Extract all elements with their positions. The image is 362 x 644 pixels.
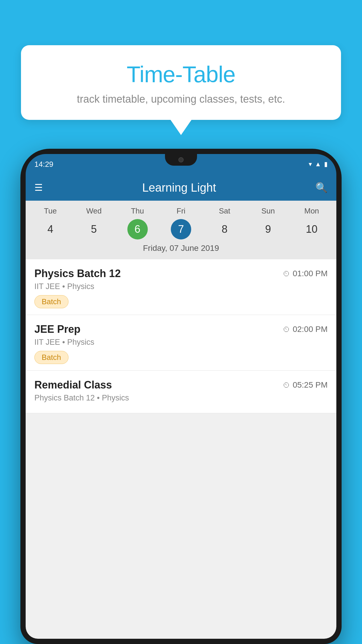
class-item-2[interactable]: Remedial Class ⏲ 05:25 PM Physics Batch …: [26, 371, 336, 413]
app-bar: ☰ Learning Light 🔍: [26, 174, 336, 201]
class-meta-0: IIT JEE • Physics: [34, 282, 328, 291]
app-bar-title: Learning Light: [49, 181, 310, 194]
day-7-selected[interactable]: 7: [171, 219, 191, 239]
phone-frame: 14:29 ▾ ▲ ▮ ☰ Learning Light 🔍 Tue Wed T…: [20, 149, 342, 644]
class-time-0: ⏲ 01:00 PM: [283, 269, 328, 278]
class-time-value-0: 01:00 PM: [293, 269, 328, 278]
batch-badge-0: Batch: [34, 295, 68, 308]
day-label-sun: Sun: [246, 206, 290, 216]
class-header-1: JEE Prep ⏲ 02:00 PM: [34, 323, 328, 335]
class-item-1[interactable]: JEE Prep ⏲ 02:00 PM IIT JEE • Physics Ba…: [26, 315, 336, 371]
class-header-0: Physics Batch 12 ⏲ 01:00 PM: [34, 267, 328, 280]
phone-screen: ☰ Learning Light 🔍 Tue Wed Thu Fri Sat S…: [26, 174, 336, 639]
classes-list: Physics Batch 12 ⏲ 01:00 PM IIT JEE • Ph…: [26, 259, 336, 413]
day-label-mon: Mon: [290, 206, 333, 216]
day-label-thu: Thu: [116, 206, 159, 216]
status-bar: 14:29 ▾ ▲ ▮: [26, 154, 336, 174]
class-header-2: Remedial Class ⏲ 05:25 PM: [34, 379, 328, 391]
status-icons: ▾ ▲ ▮: [309, 160, 328, 168]
class-meta-1: IIT JEE • Physics: [34, 338, 328, 347]
camera-dot: [178, 157, 184, 162]
calendar-section: Tue Wed Thu Fri Sat Sun Mon 4 5 6 7 8 9 …: [26, 201, 336, 259]
notch: [165, 154, 197, 166]
day-4[interactable]: 4: [40, 219, 61, 239]
status-time: 14:29: [34, 160, 53, 169]
battery-icon: ▮: [324, 160, 328, 168]
search-icon[interactable]: 🔍: [315, 182, 328, 193]
day-8[interactable]: 8: [214, 219, 235, 239]
tooltip-title: Time-Table: [38, 61, 324, 88]
day-5[interactable]: 5: [84, 219, 104, 239]
clock-icon-2: ⏲: [283, 381, 290, 390]
clock-icon-1: ⏲: [283, 325, 290, 334]
class-name-1: JEE Prep: [34, 323, 80, 335]
day-numbers: 4 5 6 7 8 9 10: [29, 219, 333, 239]
hamburger-icon[interactable]: ☰: [34, 183, 43, 192]
class-time-1: ⏲ 02:00 PM: [283, 325, 328, 334]
class-name-2: Remedial Class: [34, 379, 112, 391]
class-time-value-1: 02:00 PM: [293, 325, 328, 334]
class-item-0[interactable]: Physics Batch 12 ⏲ 01:00 PM IIT JEE • Ph…: [26, 259, 336, 315]
day-label-tue: Tue: [29, 206, 72, 216]
tooltip-subtitle: track timetable, upcoming classes, tests…: [38, 93, 324, 105]
class-time-2: ⏲ 05:25 PM: [283, 380, 328, 390]
class-time-value-2: 05:25 PM: [293, 380, 328, 390]
class-name-0: Physics Batch 12: [34, 267, 121, 280]
day-label-wed: Wed: [72, 206, 115, 216]
clock-icon-0: ⏲: [283, 269, 290, 278]
class-meta-2: Physics Batch 12 • Physics: [34, 393, 328, 402]
wifi-icon: ▾: [309, 160, 312, 168]
day-label-fri: Fri: [159, 206, 203, 216]
day-6-today[interactable]: 6: [127, 219, 148, 239]
tooltip-card: Time-Table track timetable, upcoming cla…: [21, 45, 341, 120]
signal-icon: ▲: [315, 160, 321, 168]
selected-date-label: Friday, 07 June 2019: [29, 244, 333, 256]
day-label-sat: Sat: [203, 206, 246, 216]
day-labels: Tue Wed Thu Fri Sat Sun Mon: [29, 206, 333, 216]
batch-badge-1: Batch: [34, 351, 68, 364]
day-10[interactable]: 10: [301, 219, 322, 239]
day-9[interactable]: 9: [258, 219, 278, 239]
